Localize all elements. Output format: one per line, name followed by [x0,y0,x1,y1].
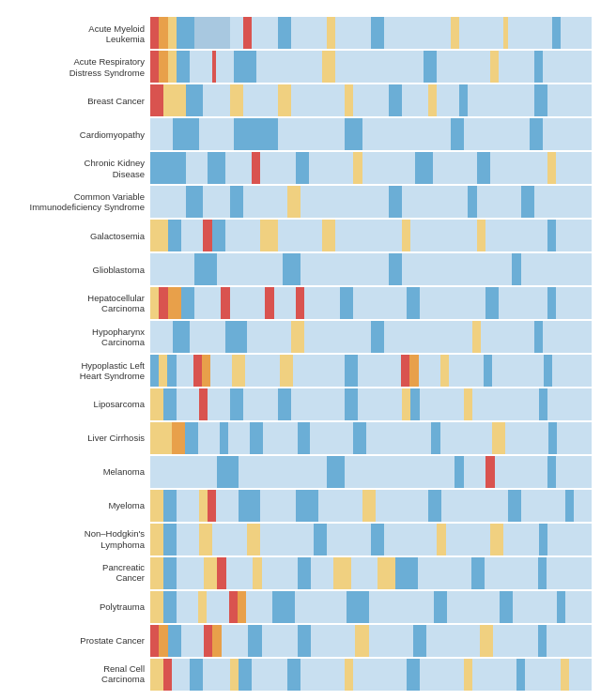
bar-segment [274,287,297,319]
y-label: PancreaticCancer [0,556,150,590]
bar-segment [534,51,543,83]
bar-row [150,321,592,353]
bar-segment [159,17,167,49]
bar-segment [484,355,492,387]
y-label: Chronic KidneyDisease [0,152,150,186]
bar-segment [150,524,163,555]
bar-segment [402,220,410,251]
bar-segment [451,118,464,150]
bar-segment [455,456,463,488]
bar-segment [547,287,556,319]
bar-row [150,51,592,83]
bar-segment [253,557,261,589]
bar-segment [362,152,415,184]
bar-segment [534,186,592,218]
bar-segment [225,321,248,353]
y-label: Breast Cancer [0,84,150,118]
bar-segment [150,118,173,150]
bar-segment [177,490,199,522]
bar-segment [208,490,216,522]
bar-segment [272,591,294,623]
bar-segment [543,321,592,353]
bar-segment [426,625,480,657]
bar-segment [447,591,500,623]
bar-segment [234,51,256,83]
bar-segment [198,422,220,454]
bar-segment [472,659,516,691]
bar-segment [296,152,309,184]
y-label: Myeloma [0,489,150,523]
bar-segment [190,51,212,83]
bar-segment [347,591,368,623]
bar-segment [177,388,199,420]
bar-segment [263,422,298,454]
bar-segment [327,17,335,49]
bar-segment [345,355,358,387]
bar-segment [434,591,447,623]
bar-segment [424,51,437,83]
bar-segment [464,659,472,691]
bar-segment [177,557,203,589]
bar-segment [287,659,300,691]
bar-segment [538,557,547,589]
bar-segment [345,456,455,488]
bar-segment [278,220,322,251]
bar-segment [260,524,313,555]
bar-segment [150,490,163,522]
bar-segment [353,659,406,691]
bar-segment [459,84,468,116]
bar-segment [314,524,327,555]
bar-segment [150,51,159,83]
bar-segment [547,524,592,555]
bar-segment [311,625,355,657]
bar-segment [172,422,185,454]
bar-segment [440,422,492,454]
bar-segment [177,355,193,387]
bar-segment [252,17,278,49]
y-label: Polytrauma [0,589,150,623]
bar-segment [199,524,212,555]
bar-segment [262,557,298,589]
bar-segment [543,118,592,150]
bar-segment [309,152,353,184]
bar-segment [335,17,371,49]
bar-segment [278,84,291,116]
bar-segment [190,659,203,691]
bar-segment [499,51,534,83]
bar-segment [186,84,204,116]
y-label: Glioblastoma [0,252,150,286]
bar-segment [280,355,293,387]
bar-segment [369,591,435,623]
bar-segment [464,456,486,488]
bar-row [150,17,592,49]
bar-segment [167,355,176,387]
bar-segment [210,355,232,387]
bar-segment [358,388,402,420]
bar-segment [547,557,591,589]
bar-segment [327,524,371,555]
bar-segment [260,490,296,522]
bar-segment [557,591,565,623]
bar-segment [298,422,311,454]
bar-segment [225,220,261,251]
bar-segment [446,524,490,555]
bar-segment [216,51,234,83]
bar-segment [544,355,552,387]
bar-segment [163,84,186,116]
bar-segment [490,51,499,83]
bar-segment [552,17,561,49]
bar-segment [547,456,556,488]
bar-segment [322,51,335,83]
bar-row [150,186,592,218]
bar-segment [547,625,591,657]
bar-segment [485,287,499,319]
bar-segment [150,17,159,49]
bar-row [150,220,592,251]
bar-segment [428,84,437,116]
bar-segment [556,152,592,184]
bars-area [150,17,592,691]
bar-segment [239,659,252,691]
bar-segment [556,287,592,319]
y-label: Acute MyeloidLeukemia [0,17,150,51]
bar-segment [229,591,238,623]
